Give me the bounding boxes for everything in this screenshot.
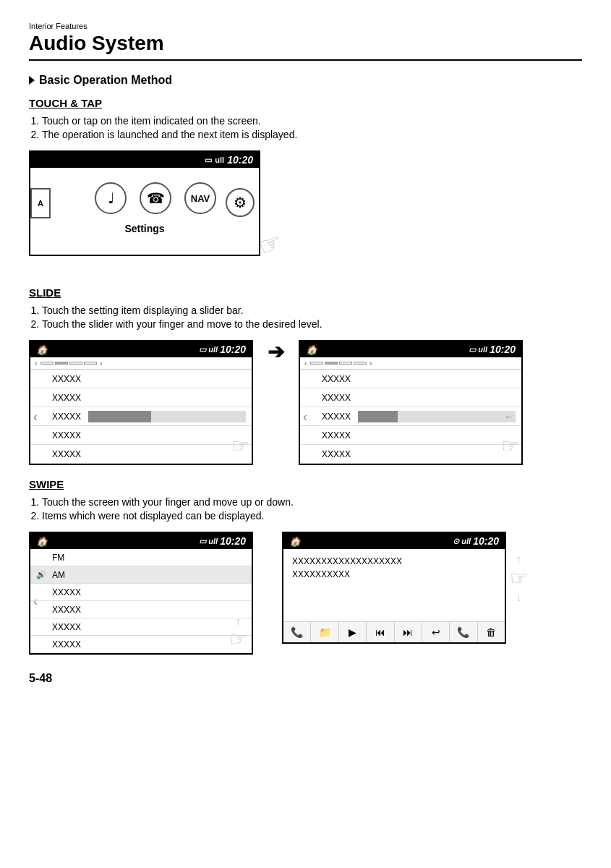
slide-arrow-between: ➔ bbox=[268, 340, 284, 364]
swipe-right-home: 🏠 bbox=[289, 536, 301, 547]
slide-before-hand: ☞ bbox=[231, 434, 249, 458]
slide-before-signal: ull bbox=[208, 345, 218, 354]
slide-step-2: Touch the slider with your finger and mo… bbox=[42, 318, 582, 330]
slide-before-rows: ‹ XXXXX XXXXX XXXXX XXXXX XXXXX bbox=[30, 370, 252, 464]
swipe-right-hand: ☞ bbox=[510, 566, 528, 590]
slide-after-tab-1 bbox=[310, 362, 323, 365]
swipe-screen-right: 🏠 ⊙ ull 10:20 XXXXXXXXXXXXXXXXXXX XXXXXX… bbox=[282, 532, 506, 644]
slide-tab-2-active bbox=[55, 362, 68, 365]
ctrl-play: ▶ bbox=[339, 622, 367, 642]
ctrl-prev: ⏮ bbox=[367, 622, 394, 642]
swipe-step-1: Touch the screen with your finger and mo… bbox=[42, 496, 582, 508]
slide-tab-4 bbox=[84, 362, 97, 365]
slide-after-topbar: 🏠 ▭ ull 10:20 bbox=[300, 341, 521, 357]
phone-icon-circle: ☎ bbox=[140, 182, 171, 214]
triangle-icon bbox=[29, 76, 35, 85]
slide-after-tab-4 bbox=[354, 362, 367, 365]
slide-before-time: 10:20 bbox=[220, 344, 246, 355]
swipe-up-arrow: ↑ bbox=[236, 616, 241, 627]
tap-time: 10:20 bbox=[227, 154, 253, 166]
swipe-right-spacer bbox=[292, 582, 496, 611]
slide-section: SLIDE Touch the setting item displaying … bbox=[29, 286, 582, 330]
swipe-left-time: 10:20 bbox=[220, 535, 246, 547]
slide-direction-arrow: ← bbox=[504, 411, 514, 422]
swipe-steps: Touch the screen with your finger and mo… bbox=[42, 496, 582, 522]
slide-heading: SLIDE bbox=[29, 286, 582, 299]
page-title: Audio System bbox=[29, 32, 582, 61]
slide-bar-fill-after bbox=[358, 411, 397, 422]
swipe-right-topbar: 🏠 ⊙ ull 10:20 bbox=[283, 533, 505, 549]
swipe-heading: SWIPE bbox=[29, 478, 582, 490]
slide-bar-fill-before bbox=[88, 411, 151, 422]
tap-hand-cursor: ☞ bbox=[255, 226, 286, 263]
swipe-up-arrow-right: ↑ bbox=[516, 553, 521, 565]
ctrl-phone-out: 📞 bbox=[283, 622, 311, 642]
slide-before-tab-left: ‹ bbox=[33, 359, 39, 367]
music-icon-circle: ♩ bbox=[95, 182, 127, 214]
swipe-right-line2: XXXXXXXXXX bbox=[292, 569, 496, 579]
slide-before-battery: ▭ bbox=[199, 345, 206, 354]
slide-after-time: 10:20 bbox=[490, 344, 516, 355]
swipe-up-gesture: ↑ ☞ bbox=[229, 616, 247, 651]
slide-row-1: XXXXX bbox=[30, 370, 252, 388]
swipe-step-2: Items which were not displayed can be di… bbox=[42, 510, 582, 522]
subsection-title-text: Basic Operation Method bbox=[39, 74, 172, 87]
ctrl-delete: 🗑 bbox=[478, 622, 505, 642]
swipe-updown-gesture: ↑ ☞ ↓ bbox=[510, 553, 528, 603]
slide-row-5: XXXXX bbox=[30, 445, 252, 464]
slide-tab-3 bbox=[69, 362, 82, 365]
slide-row-3-bar: XXXXX bbox=[30, 407, 252, 426]
tap-icons-row: ♩ ☎ NAV bbox=[95, 175, 216, 217]
ctrl-back: ↩ bbox=[422, 622, 450, 642]
swipe-screen-left: 🏠 ▭ ull 10:20 ‹ FM 🔊 AM XXXXX XXXXX XXXX… bbox=[29, 532, 253, 655]
slide-bar-after bbox=[358, 411, 516, 422]
slide-after-row-4: XXXXX bbox=[300, 426, 521, 445]
swipe-hand-icon: ☞ bbox=[229, 627, 247, 651]
swipe-item-1: XXXXX bbox=[30, 584, 252, 601]
slide-after-battery: ▭ bbox=[469, 345, 476, 354]
slide-after-tabs: ‹ › bbox=[300, 357, 521, 370]
swipe-left-signal: ull bbox=[208, 537, 218, 545]
ctrl-folder: 📁 bbox=[311, 622, 338, 642]
slide-before-topbar: 🏠 ▭ ull 10:20 bbox=[30, 341, 252, 357]
slide-bar-before bbox=[88, 411, 246, 422]
slide-row-2: XXXXX bbox=[30, 388, 252, 407]
slide-row-4: XXXXX bbox=[30, 426, 252, 445]
slide-screen-after: 🏠 ▭ ull 10:20 ‹ › ‹ XXXXX XXXXX bbox=[299, 340, 523, 465]
slide-screen-before-container: 🏠 ▭ ull 10:20 ‹ › ‹ XXXXX XXXXX bbox=[29, 340, 253, 465]
ctrl-phone-in: 📞 bbox=[450, 622, 477, 642]
slide-after-rows: ‹ XXXXX XXXXX XXXXX ← XXXXX XXXXX bbox=[300, 370, 521, 464]
tap-status-icons: ▭ ull bbox=[205, 156, 224, 165]
swipe-left-topbar: 🏠 ▭ ull 10:20 bbox=[30, 533, 252, 549]
swipe-section: SWIPE Touch the screen with your finger … bbox=[29, 478, 582, 522]
slide-step-1: Touch the setting item displaying a slid… bbox=[42, 305, 582, 316]
settings-gear-icon: ⚙ bbox=[226, 188, 255, 217]
subsection-title: Basic Operation Method bbox=[29, 74, 582, 87]
slide-screen-before: 🏠 ▭ ull 10:20 ‹ › ‹ XXXXX XXXXX bbox=[29, 340, 253, 465]
touch-tap-heading: TOUCH & TAP bbox=[29, 97, 582, 109]
swipe-right-line1: XXXXXXXXXXXXXXXXXXX bbox=[292, 556, 496, 566]
nav-icon-circle: NAV bbox=[184, 182, 216, 214]
controls-bar: 📞 📁 ▶ ⏮ ⏭ ↩ 📞 🗑 bbox=[283, 621, 505, 642]
tap-screen-container: ▭ ull 10:20 A ♩ ☎ NAV ⚙ Settings ☞ bbox=[29, 150, 260, 256]
slide-after-tab-right: › bbox=[368, 359, 374, 367]
slide-after-row-5: XXXXX bbox=[300, 445, 521, 464]
tap-topbar: ▭ ull 10:20 bbox=[30, 152, 259, 168]
swipe-left-body: ‹ FM 🔊 AM XXXXX XXXXX XXXXX XXXXX bbox=[30, 549, 252, 653]
tap-screen: ▭ ull 10:20 A ♩ ☎ NAV ⚙ Settings bbox=[29, 150, 260, 256]
slide-before-tabs: ‹ › bbox=[30, 357, 252, 370]
swipe-item-3: XXXXX bbox=[30, 618, 252, 636]
swipe-screen-right-container: 🏠 ⊙ ull 10:20 XXXXXXXXXXXXXXXXXXX XXXXXX… bbox=[282, 532, 506, 644]
speaker-icon: 🔊 bbox=[36, 570, 46, 579]
swipe-right-body: XXXXXXXXXXXXXXXXXXX XXXXXXXXXX bbox=[283, 549, 505, 621]
swipe-item-fm: FM bbox=[30, 549, 252, 566]
slide-screens-row: 🏠 ▭ ull 10:20 ‹ › ‹ XXXXX XXXXX bbox=[29, 340, 582, 465]
touch-tap-step-2: The operation is launched and the next i… bbox=[42, 129, 582, 140]
tap-screen-body: A ♩ ☎ NAV ⚙ Settings bbox=[30, 168, 259, 255]
slide-after-row-1: XXXXX bbox=[300, 370, 521, 388]
battery-icon: ▭ bbox=[205, 156, 212, 165]
slide-before-home: 🏠 bbox=[36, 344, 48, 355]
swipe-down-arrow-right: ↓ bbox=[516, 592, 521, 603]
swipe-left-home: 🏠 bbox=[36, 536, 48, 547]
slide-after-signal: ull bbox=[478, 345, 487, 354]
